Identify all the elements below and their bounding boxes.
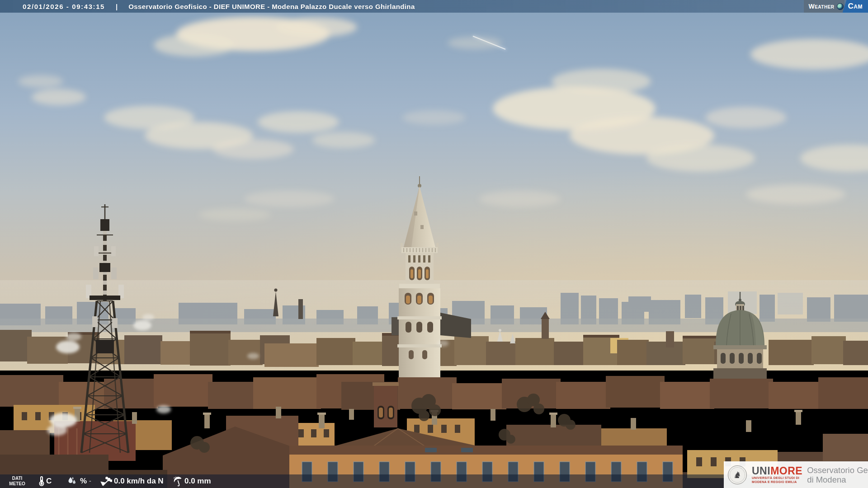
university-line2: MODENA E REGGIO EMILIA — [752, 480, 802, 484]
dati-line: DATI — [5, 476, 29, 481]
unimore-wordmark: UNIMORE UNIVERSITÀ DEGLI STUDI DI MODENA… — [752, 465, 802, 484]
page-title: Osservatorio Geofisico - DIEF UNIMORE - … — [128, 3, 415, 10]
top-bar: 02/01/2026 - 09:43:15 | Osservatorio Geo… — [0, 0, 868, 13]
brand-more: MORE — [770, 465, 802, 477]
wind-value: 0.0 km/h da N — [114, 474, 164, 488]
weathercam-weather-label: Weather — [804, 0, 835, 13]
thermometer-icon — [36, 476, 47, 487]
humidity-icon — [66, 476, 77, 487]
unimore-seal-icon: ♞ — [728, 465, 747, 484]
webcam-view: 02/01/2026 - 09:43:15 | Osservatorio Geo… — [0, 0, 868, 488]
rain-value: 0.0 mm — [184, 474, 211, 488]
university-line1: UNIVERSITÀ DEGLI STUDI DI — [752, 476, 802, 480]
webcam-photo — [0, 0, 868, 488]
weathercam-logo[interactable]: Weather Cam — [804, 0, 868, 13]
brand-uni: UNI — [752, 465, 770, 477]
unimore-logo-panel[interactable]: ♞ UNIMORE UNIVERSITÀ DEGLI STUDI DI MODE… — [724, 461, 868, 488]
observatory-line2: di Modena — [807, 475, 868, 484]
meteo-line: METEO — [5, 481, 29, 487]
humidity-unit: % — [80, 474, 87, 488]
weathercam-cam-label: Cam — [843, 0, 868, 13]
timestamp: 02/01/2026 - 09:43:15 — [23, 3, 105, 10]
observatory-line1: Osservatorio Geofisico — [807, 465, 868, 475]
observatory-name: Osservatorio Geofisico di Modena — [807, 465, 868, 484]
separator: | — [116, 3, 118, 10]
rain-icon — [173, 476, 184, 487]
wind-icon — [100, 476, 111, 487]
missing-value-dash: - — [89, 477, 91, 484]
temperature-unit: C — [46, 474, 52, 488]
dati-meteo-label: DATI METEO — [5, 476, 29, 487]
camera-lens-icon — [836, 0, 844, 13]
